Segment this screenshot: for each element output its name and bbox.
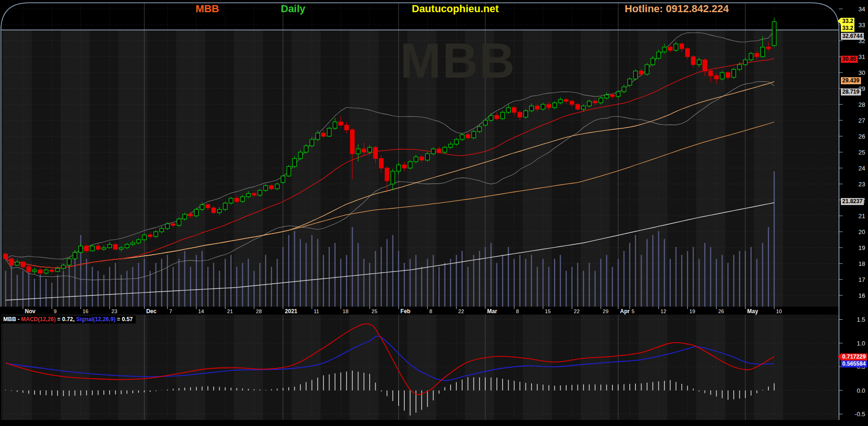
svg-text:8: 8 <box>516 308 519 314</box>
svg-text:29: 29 <box>603 308 608 314</box>
svg-text:-0.5: -0.5 <box>855 411 865 418</box>
svg-text:21: 21 <box>227 308 233 314</box>
svg-text:Mar: Mar <box>487 308 497 315</box>
svg-text:Apr: Apr <box>620 308 630 315</box>
svg-text:23: 23 <box>859 181 865 188</box>
chart-timeframe-label: Daily <box>281 3 306 15</box>
svg-text:1.5: 1.5 <box>857 316 865 323</box>
svg-text:15: 15 <box>545 308 551 314</box>
price-label-chip: 28.719 <box>841 88 861 95</box>
svg-text:16: 16 <box>859 292 865 299</box>
price-label-chip: 21.8237 <box>841 198 864 205</box>
svg-text:8: 8 <box>430 308 432 314</box>
svg-text:24: 24 <box>859 165 865 172</box>
macd-header-prefix: MBB - <box>3 316 21 323</box>
svg-text:22: 22 <box>574 308 579 314</box>
svg-text:10: 10 <box>776 308 782 314</box>
price-label-chip: 0.717229 <box>841 353 867 360</box>
svg-text:21: 21 <box>859 213 865 220</box>
stock-chart-canvas: MBB3433323130292827262524232221201918171… <box>0 0 868 426</box>
svg-text:33: 33 <box>859 22 865 29</box>
svg-text:14: 14 <box>198 308 204 314</box>
svg-text:19: 19 <box>859 244 865 251</box>
macd-label: MACD(12,26) <box>21 316 56 323</box>
svg-text:18: 18 <box>343 308 348 314</box>
svg-text:34: 34 <box>859 6 865 13</box>
svg-text:19: 19 <box>689 308 695 314</box>
svg-text:Nov: Nov <box>25 308 36 315</box>
price-label-chip: 33.2 <box>841 25 854 32</box>
signal-label: Signal(12,26,9) <box>76 316 116 323</box>
stock-chart-app: MBB3433323130292827262524232221201918171… <box>0 0 868 426</box>
chart-symbol-label: MBB <box>196 3 219 15</box>
svg-text:30: 30 <box>859 69 865 76</box>
chip-arrow-icon <box>838 353 841 360</box>
svg-text:23: 23 <box>111 308 117 314</box>
svg-text:26: 26 <box>859 133 865 140</box>
svg-text:18: 18 <box>859 260 865 267</box>
hotline-label: Hotline: 0912.842.224 <box>625 3 729 15</box>
svg-text:28: 28 <box>859 101 865 108</box>
svg-text:22: 22 <box>458 308 464 314</box>
svg-text:25: 25 <box>372 308 377 314</box>
price-label-chip: 30.85 <box>841 56 858 63</box>
svg-text:31: 31 <box>859 53 865 60</box>
macd-indicator-header: MBB - MACD(12,26) = 0.72, Signal(12,26,9… <box>1 316 136 323</box>
svg-text:17: 17 <box>859 276 865 283</box>
price-label-chip: 0.565584 <box>841 360 867 367</box>
svg-text:May: May <box>747 308 759 315</box>
macd-value: = 0.72, <box>56 316 76 323</box>
svg-text:11: 11 <box>314 308 319 314</box>
svg-text:7: 7 <box>169 308 172 314</box>
chip-arrow-icon <box>838 18 841 24</box>
svg-text:28: 28 <box>256 308 262 314</box>
svg-text:5: 5 <box>632 308 635 314</box>
svg-text:12: 12 <box>661 308 666 314</box>
svg-text:20: 20 <box>859 228 865 235</box>
svg-text:Dec: Dec <box>146 308 156 315</box>
signal-value: = 0.57 <box>116 316 133 323</box>
svg-text:16: 16 <box>83 308 88 314</box>
watermark-text: MBB <box>400 33 516 88</box>
svg-text:Feb: Feb <box>401 308 410 315</box>
price-label-chip: 29.439 <box>841 77 861 84</box>
svg-text:0.0: 0.0 <box>857 387 865 394</box>
svg-text:27: 27 <box>859 117 865 124</box>
price-label-chip: 32.6744 <box>841 33 864 40</box>
site-brand-label: Dautucophieu.net <box>412 3 499 15</box>
svg-text:2021: 2021 <box>285 308 298 315</box>
svg-text:26: 26 <box>718 308 724 314</box>
svg-text:1.0: 1.0 <box>857 340 865 347</box>
svg-text:9: 9 <box>54 308 57 314</box>
price-label-chip: 33.2 <box>841 18 854 25</box>
svg-text:25: 25 <box>859 149 865 156</box>
